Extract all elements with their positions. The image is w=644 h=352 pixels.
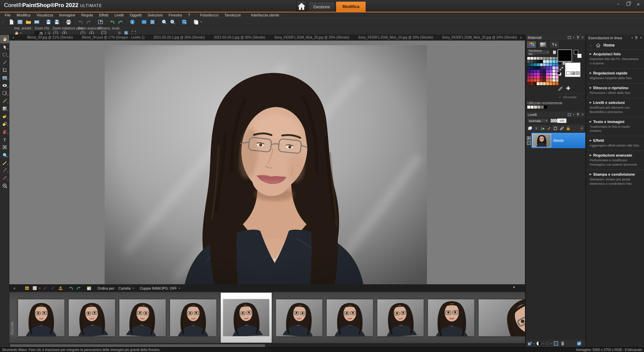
palette-swatch[interactable] bbox=[552, 60, 555, 63]
filmstrip-thumbnail[interactable] bbox=[18, 299, 64, 336]
palette-swatch[interactable] bbox=[527, 73, 530, 75]
tool-pick[interactable]: ▸ bbox=[1, 43, 9, 51]
rotate-dropdown[interactable]: ▾ bbox=[534, 342, 535, 345]
palette-swatch[interactable] bbox=[552, 76, 555, 78]
bw-preview-dropdown[interactable]: ▾ bbox=[542, 342, 543, 345]
tool-flyout-arrow[interactable]: ▸ bbox=[7, 124, 8, 127]
menu-interfacciautente[interactable]: Interfaccia utente bbox=[248, 12, 282, 18]
tool-background-eraser[interactable]: ▸ bbox=[1, 120, 9, 128]
palette-swatch[interactable] bbox=[549, 60, 552, 63]
palette-expand-chevron[interactable]: ▼ bbox=[540, 83, 542, 85]
palette-swatch[interactable] bbox=[543, 60, 546, 63]
tool-flyout-arrow[interactable]: ▸ bbox=[7, 109, 8, 111]
magnifier-button[interactable] bbox=[180, 18, 189, 25]
tool-mesh-warp[interactable] bbox=[1, 143, 9, 151]
palette-swatch[interactable] bbox=[530, 70, 533, 72]
panel-menu-dropdown[interactable]: ▾ bbox=[573, 36, 575, 39]
redo-disabled-button[interactable] bbox=[85, 18, 93, 25]
palette-swatch[interactable] bbox=[530, 73, 533, 75]
panel-close-button[interactable]: × bbox=[582, 36, 584, 39]
panel-menu-dropdown[interactable]: ▾ bbox=[632, 37, 633, 39]
organizer-view-button[interactable] bbox=[31, 285, 39, 292]
document-tab[interactable]: Sony_FE50F1.2GM_Nick_24.jpg @ 29% (Sfond… bbox=[354, 35, 438, 41]
palette-swatch[interactable] bbox=[552, 57, 555, 60]
palette-swatch[interactable] bbox=[546, 76, 549, 78]
palette-swatch[interactable] bbox=[540, 73, 543, 75]
filmstrip-thumbnail[interactable] bbox=[276, 299, 322, 336]
home-icon[interactable] bbox=[596, 43, 600, 47]
palette-swatch[interactable] bbox=[540, 66, 543, 69]
palette-swatch[interactable] bbox=[546, 66, 549, 69]
palette-swatch[interactable] bbox=[530, 60, 533, 63]
tool-red-eye[interactable]: ▸ bbox=[1, 82, 9, 89]
tab-scroll-right-button[interactable]: › bbox=[517, 35, 525, 41]
palette-swatch[interactable] bbox=[540, 63, 543, 66]
palette-swatch[interactable] bbox=[534, 76, 536, 78]
swap-colors-button[interactable] bbox=[559, 66, 564, 71]
black-white-reset-button[interactable] bbox=[557, 71, 561, 76]
copy-special-button[interactable] bbox=[192, 18, 200, 25]
palette-swatch[interactable] bbox=[552, 63, 555, 66]
tool-flyout-arrow[interactable]: ▸ bbox=[7, 47, 8, 50]
tool-selection[interactable]: ▸ bbox=[1, 51, 9, 58]
palette-swatch[interactable] bbox=[546, 82, 549, 85]
layer-visibility-toggle[interactable] bbox=[527, 136, 531, 140]
palette-swatch[interactable] bbox=[546, 70, 549, 72]
layer-thumbnail[interactable] bbox=[532, 134, 551, 147]
palette-swatch[interactable] bbox=[527, 63, 530, 66]
organizer-calendar-button[interactable] bbox=[85, 285, 93, 292]
tutorial-section-regolazioni-avanzate[interactable]: ▶Regolazioni avanzate Perfezionare e mod… bbox=[586, 151, 644, 170]
tool-color-replacer[interactable]: ▸ bbox=[1, 174, 9, 182]
mask-mode-button[interactable] bbox=[544, 340, 550, 347]
palette-swatch[interactable] bbox=[537, 63, 539, 66]
menu-modifica[interactable]: Modifica bbox=[14, 12, 34, 18]
bw-preview-button[interactable] bbox=[535, 340, 542, 347]
palette-swatch[interactable] bbox=[543, 57, 546, 60]
document-tab[interactable]: Blend_JH.psd @ 17% (Gruppo - Livello 1) bbox=[77, 35, 149, 41]
palette-swatch[interactable] bbox=[556, 79, 558, 82]
tool-pen[interactable]: ▸ bbox=[1, 159, 9, 166]
tutorial-section-testo-e-immagini[interactable]: ▶Testo e immagini Trasformare le foto in… bbox=[586, 117, 644, 136]
palette-swatch[interactable] bbox=[549, 73, 552, 75]
tool-flyout-arrow[interactable]: ▸ bbox=[7, 155, 8, 158]
save-button[interactable] bbox=[44, 18, 53, 25]
tool-flyout-arrow[interactable]: ▸ bbox=[7, 78, 8, 80]
background-mini-chip[interactable] bbox=[577, 54, 582, 58]
tool-flyout-arrow[interactable]: ▸ bbox=[7, 86, 8, 88]
palette-swatch[interactable] bbox=[543, 63, 546, 66]
palette-swatch[interactable] bbox=[543, 76, 546, 78]
delete-button[interactable] bbox=[559, 340, 566, 347]
swatches-tab[interactable] bbox=[527, 42, 536, 48]
palette-swatch[interactable] bbox=[540, 57, 543, 60]
palette-swatch[interactable] bbox=[534, 73, 536, 75]
palette-swatch[interactable] bbox=[534, 57, 536, 60]
palette-swatch[interactable] bbox=[556, 82, 558, 85]
minimize-button[interactable]: − bbox=[616, 2, 621, 7]
organizer-panes-button[interactable] bbox=[23, 285, 31, 292]
palette-select-dropdown[interactable]: Tavolozza sta...▾ bbox=[527, 50, 550, 55]
menu-livelli[interactable]: Livelli bbox=[111, 12, 127, 18]
palette-swatch[interactable] bbox=[549, 82, 552, 85]
recent-swatch[interactable] bbox=[544, 106, 547, 109]
palette-swatch[interactable] bbox=[552, 73, 555, 75]
palette-swatch[interactable] bbox=[530, 57, 533, 60]
filmstrip-thumbnail[interactable] bbox=[170, 299, 216, 336]
palette-swatch[interactable] bbox=[549, 57, 552, 60]
document-tab[interactable]: Sony_FE50F1.2GM_Nick_25.jpg @ 25% (Sfond… bbox=[270, 35, 354, 41]
tool-flyout-arrow[interactable]: ▸ bbox=[7, 94, 8, 96]
browse-button[interactable] bbox=[16, 18, 24, 25]
add-swatch-button[interactable] bbox=[566, 85, 571, 91]
menu-fotoritocco[interactable]: Fotoritocco bbox=[197, 12, 221, 18]
restore-button[interactable] bbox=[626, 2, 631, 7]
tab-scroll-left-button[interactable]: ‹ bbox=[9, 35, 17, 41]
sample-dropper-button[interactable] bbox=[558, 86, 563, 91]
palette-swatch[interactable] bbox=[549, 66, 552, 69]
actual-size-button[interactable]: 1:1 bbox=[140, 18, 148, 25]
link-layers-icon[interactable] bbox=[559, 126, 564, 131]
palette-swatch[interactable] bbox=[537, 76, 539, 78]
palette-swatch[interactable] bbox=[530, 76, 533, 78]
recent-swatch[interactable] bbox=[541, 106, 544, 109]
palette-swatch[interactable] bbox=[546, 73, 549, 75]
mask-layer-icon[interactable] bbox=[553, 126, 558, 131]
bg-gradient-style-button[interactable] bbox=[571, 71, 575, 75]
